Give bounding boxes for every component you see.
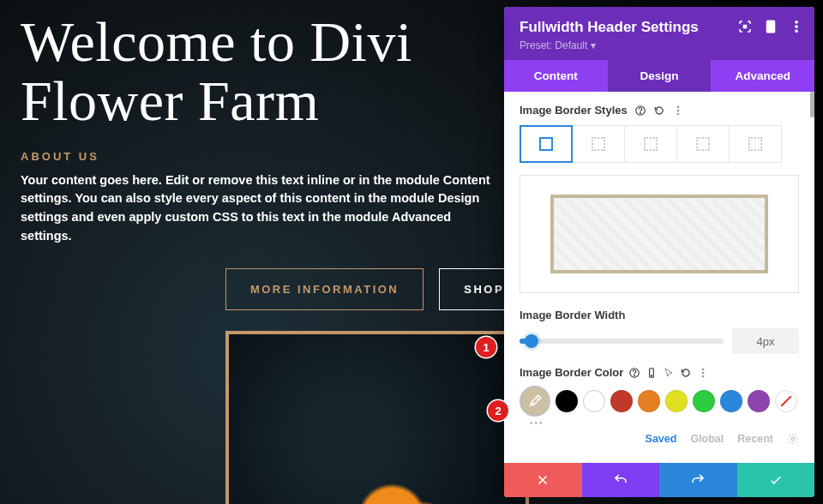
phone-icon[interactable] xyxy=(646,367,658,379)
preset-dropdown[interactable]: Preset: Default ▾ xyxy=(520,39,799,51)
border-width-slider[interactable] xyxy=(520,339,724,344)
panel-footer xyxy=(504,463,814,497)
svg-point-9 xyxy=(677,110,679,111)
expand-icon[interactable] xyxy=(737,19,753,34)
swatch-orange[interactable] xyxy=(638,390,660,412)
svg-point-7 xyxy=(640,112,640,113)
border-style-bottom[interactable] xyxy=(676,125,730,163)
close-icon xyxy=(535,472,550,488)
gear-icon[interactable] xyxy=(787,433,799,445)
border-color-label: Image Border Color xyxy=(520,366,623,379)
swatch-yellow[interactable] xyxy=(665,390,688,412)
kebab-menu-icon[interactable] xyxy=(789,19,804,34)
svg-point-12 xyxy=(634,375,635,375)
check-icon xyxy=(768,472,784,488)
border-color-title: Image Border Color xyxy=(520,366,799,379)
footer-undo-button[interactable] xyxy=(582,463,660,497)
swatch-red[interactable] xyxy=(610,390,633,412)
section-body: Your content goes here. Edit or remove t… xyxy=(21,171,501,246)
headline-line-2: Flower Farm xyxy=(21,69,319,132)
svg-point-15 xyxy=(702,368,704,369)
palette-tab-recent[interactable]: Recent xyxy=(737,433,773,445)
annotation-1: 1 xyxy=(476,337,496,357)
hero-image xyxy=(229,334,526,504)
footer-close-button[interactable] xyxy=(504,463,582,497)
svg-point-10 xyxy=(677,113,679,115)
tab-advanced[interactable]: Advanced xyxy=(711,60,814,92)
border-style-left[interactable] xyxy=(729,125,782,163)
undo-icon xyxy=(613,472,628,488)
color-swatch-row xyxy=(520,386,799,417)
more-information-button[interactable]: MORE INFORMATION xyxy=(225,268,424,310)
headline-line-1: Welcome to Divi xyxy=(21,10,412,73)
border-styles-label: Image Border Styles xyxy=(520,104,628,117)
svg-point-17 xyxy=(702,375,704,377)
svg-point-8 xyxy=(677,105,679,107)
reset-icon[interactable] xyxy=(680,367,692,379)
tab-content[interactable]: Content xyxy=(504,60,608,92)
swatch-more-dots[interactable]: ••• xyxy=(530,418,799,428)
border-style-right[interactable] xyxy=(624,125,677,163)
border-style-top[interactable] xyxy=(572,125,625,163)
swatch-clear[interactable] xyxy=(775,390,797,412)
slider-handle[interactable] xyxy=(525,334,538,348)
border-width-input[interactable]: 4px xyxy=(732,328,799,354)
swatch-green[interactable] xyxy=(693,390,715,412)
eyedropper-icon xyxy=(527,393,543,409)
redo-icon xyxy=(690,472,706,488)
swatch-selected[interactable] xyxy=(520,386,550,417)
swatch-blue[interactable] xyxy=(720,390,742,412)
scrollbar-thumb[interactable] xyxy=(810,92,814,117)
svg-point-5 xyxy=(796,30,798,33)
settings-panel: Fullwidth Header Settings Preset: Defaul… xyxy=(504,7,814,497)
svg-point-14 xyxy=(652,375,652,375)
swatch-black[interactable] xyxy=(556,390,578,412)
tablet-icon[interactable] xyxy=(763,19,778,34)
options-kebab-icon[interactable] xyxy=(672,105,684,117)
border-styles-title: Image Border Styles xyxy=(520,104,799,117)
svg-point-18 xyxy=(791,437,795,441)
svg-point-4 xyxy=(796,26,798,28)
options-kebab-icon[interactable] xyxy=(697,367,709,379)
hover-icon[interactable] xyxy=(663,367,675,379)
border-style-picker xyxy=(520,125,799,163)
footer-save-button[interactable] xyxy=(737,463,815,497)
palette-tab-saved[interactable]: Saved xyxy=(646,433,677,445)
border-preview-inner xyxy=(550,195,768,273)
border-width-control: 4px xyxy=(520,328,799,354)
help-icon[interactable] xyxy=(628,367,640,379)
svg-rect-0 xyxy=(744,26,747,28)
reset-icon[interactable] xyxy=(653,105,665,117)
help-icon[interactable] xyxy=(634,105,646,117)
svg-point-16 xyxy=(702,372,704,374)
footer-redo-button[interactable] xyxy=(659,463,737,497)
panel-body: Image Border Styles Image Border Width 4… xyxy=(504,92,814,463)
tab-design[interactable]: Design xyxy=(608,60,712,92)
panel-tabs: Content Design Advanced xyxy=(504,60,814,92)
palette-tab-global[interactable]: Global xyxy=(690,433,724,445)
swatch-white[interactable] xyxy=(583,390,605,412)
panel-header-actions xyxy=(737,19,804,34)
border-preview xyxy=(520,175,799,293)
annotation-2: 2 xyxy=(488,400,508,421)
swatch-purple[interactable] xyxy=(748,390,770,412)
panel-header: Fullwidth Header Settings Preset: Defaul… xyxy=(504,7,814,60)
svg-point-3 xyxy=(796,21,798,23)
border-style-all[interactable] xyxy=(520,125,573,163)
palette-tabs: Saved Global Recent xyxy=(520,433,799,445)
border-width-label: Image Border Width xyxy=(520,309,799,321)
